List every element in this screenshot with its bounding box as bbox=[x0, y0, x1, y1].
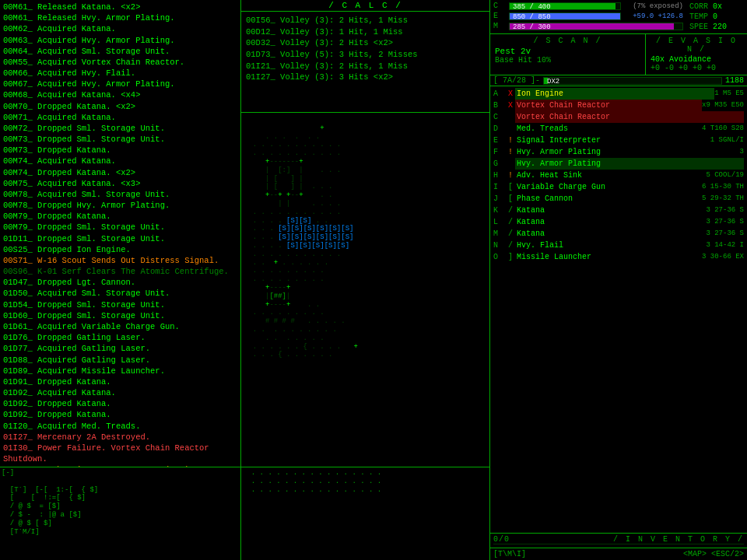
spee-stat: SPEE 220 bbox=[689, 23, 744, 31]
equip-stats: 5 COOL/19 bbox=[706, 170, 744, 181]
log-line: 00M72_ Dropped Sml. Storage Unit. bbox=[3, 123, 237, 134]
log-line: 00M66_ Acquired Hvy. Flail. bbox=[3, 68, 237, 79]
e-text: 850 / 850 bbox=[513, 13, 551, 21]
calc-line: 01I21_ Volley (3): 2 Hits, 1 Miss bbox=[246, 61, 485, 72]
equip-stats: 3 27-36 S bbox=[706, 229, 744, 240]
enemy-info: [ 7A/28 ]- DX2 1188 A X Ion Engine 1 M5 … bbox=[490, 75, 747, 533]
equip-name: Signal Interpreter bbox=[515, 135, 710, 146]
log-line: 00M55_ Acquired Vortex Chain Reactor. bbox=[3, 57, 237, 68]
log-line: 01I27_ Mercenary 2A Destroyed. bbox=[3, 432, 237, 443]
footer-left: [T\M\I] bbox=[493, 550, 526, 558]
temp-stat: TEMP 0 bbox=[689, 12, 744, 21]
log-line: 00M62_ Acquired Katana. bbox=[3, 23, 237, 34]
equip-slot: B bbox=[493, 100, 506, 111]
calc-area: 00I56_ Volley (3): 2 Hits, 1 Miss00D12_ … bbox=[241, 12, 489, 113]
log-line: 01D77_ Acquired Gatling Laser. bbox=[3, 343, 237, 354]
equip-status: X bbox=[506, 88, 515, 100]
equip-stats: 3 30-66 EX bbox=[702, 252, 744, 263]
equip-slot: M bbox=[493, 228, 506, 240]
equip-slot: J bbox=[493, 193, 506, 205]
e-bar-row: E 850 / 850 +59.0 +126.8 bbox=[493, 12, 683, 20]
equip-name: Missile Launcher bbox=[515, 251, 702, 263]
equip-status: ] bbox=[506, 251, 515, 263]
equip-row: A X Ion Engine 1 M5 E5 bbox=[490, 88, 747, 100]
equip-stats: 3 27-36 S bbox=[706, 217, 744, 228]
log-line: 00M68_ Acquired Katana. <x4> bbox=[3, 89, 237, 100]
equip-status: ! bbox=[506, 170, 515, 181]
log-line: 01D92_ Acquired Katana. bbox=[3, 387, 237, 398]
equip-name: Adv. Heat Sink bbox=[515, 170, 706, 181]
equip-stats: 3 14-42 I bbox=[706, 240, 744, 251]
log-line: 01D91_ Dropped Katana. bbox=[3, 376, 237, 387]
m-track: 285 / 300 bbox=[509, 23, 683, 30]
equip-name: Ion Engine bbox=[515, 88, 714, 100]
equip-row: J [ Phase Cannon 5 29-32 TH bbox=[490, 193, 747, 205]
equip-status: ! bbox=[506, 146, 515, 158]
log-line: 01D11_ Dropped Sml. Storage Unit. bbox=[3, 233, 237, 244]
equip-slot: A bbox=[493, 88, 506, 100]
equip-status: / bbox=[506, 205, 515, 216]
equip-row: E ! Signal Interpreter 1 SGNL/I bbox=[490, 135, 747, 146]
enemy-hp-text: DX2 bbox=[547, 78, 559, 86]
log-line: 01D89_ Acquired Missile Launcher. bbox=[3, 366, 237, 376]
equip-slot: H bbox=[493, 170, 506, 181]
equip-stats: 3 bbox=[740, 147, 744, 158]
scan-evasion: / S C A N / Pest 2v Base Hit 10% / E V A… bbox=[490, 34, 747, 75]
equip-status: [ bbox=[506, 181, 515, 193]
equip-slot: E bbox=[493, 135, 506, 146]
log-line: 00M79_ Dropped Sml. Storage Unit. bbox=[3, 222, 237, 233]
log-line: 01I20_ Acquired Med. Treads. bbox=[3, 421, 237, 432]
equip-status: / bbox=[506, 216, 515, 228]
log-line: 00M63_ Acquired Hvy. Armor Plating. bbox=[3, 35, 237, 46]
calc-line: 01I27_ Volley (3): 3 Hits <x2> bbox=[246, 72, 485, 83]
log-line: 01D88_ Acquired Gatling Laser. bbox=[3, 355, 237, 366]
equip-name: Vortex Chain Reactor bbox=[515, 111, 744, 123]
equip-stats: 1 M5 E5 bbox=[714, 89, 744, 100]
evasion-values: +0 -0 +0 +0 +0 bbox=[651, 64, 742, 72]
log-line: 01D92_ Dropped Katana. bbox=[3, 409, 237, 420]
equip-slot: D bbox=[493, 123, 506, 135]
inventory-section: 0/0 / I N V E N T O R Y / bbox=[490, 533, 747, 548]
log-line: 00M64_ Acquired Sml. Storage Unit. bbox=[3, 46, 237, 57]
scan-base-hit: Base Hit 10% bbox=[495, 56, 640, 65]
bottom-map-content: [-] [T`] [-[ 1:-[ { $] [ [ !:=[ { $] / @… bbox=[0, 467, 240, 537]
log-line: 00M73_ Dropped Katana. bbox=[3, 145, 237, 156]
middle-panel: / C A L C / 00I56_ Volley (3): 2 Hits, 1… bbox=[241, 0, 490, 560]
m-bar-row: M 285 / 300 bbox=[493, 22, 683, 30]
log-line: 00M71_ Acquired Katana. bbox=[3, 112, 237, 123]
enemy-hp-bar: DX2 bbox=[543, 77, 722, 85]
equip-slot: L bbox=[493, 216, 506, 228]
enemy-header: [ 7A/28 ]- DX2 1188 bbox=[490, 75, 747, 86]
equip-stats: 6 15-30 TH bbox=[702, 182, 744, 193]
equip-name: Hvy. Armor Plating bbox=[515, 146, 740, 158]
log-line: 00M70_ Dropped Katana. <x2> bbox=[3, 101, 237, 112]
enemy-id: [ 7A/28 ]- bbox=[493, 76, 540, 85]
c-bar-row: C 385 / 400 (7% exposed) bbox=[493, 2, 683, 10]
equip-status: ! bbox=[506, 135, 515, 146]
log-line: 01D61_ Acquired Variable Charge Gun. bbox=[3, 321, 237, 332]
equip-row: D Med. Treads 4 T160 S28 bbox=[490, 123, 747, 135]
scan-header: / S C A N / bbox=[495, 37, 640, 45]
equip-name: Phase Cannon bbox=[515, 193, 702, 205]
equip-stats: 3 27-36 S bbox=[706, 205, 744, 216]
c-label: C bbox=[493, 2, 509, 10]
equip-slot: I bbox=[493, 181, 506, 193]
calc-line: 00I56_ Volley (3): 2 Hits, 1 Miss bbox=[246, 15, 485, 26]
equip-row: H ! Adv. Heat Sink 5 COOL/19 bbox=[490, 170, 747, 181]
log-line: 00S71_ W-16 Scout Sends Out Distress Sig… bbox=[3, 255, 237, 266]
scan-pest: Pest 2v bbox=[495, 47, 640, 56]
equip-name: Med. Treads bbox=[515, 123, 702, 135]
equip-row: G Hvy. Armor Plating bbox=[490, 158, 747, 170]
equip-stats: x9 M35 E50 bbox=[702, 100, 744, 111]
equip-name: Vortex Chain Reactor bbox=[515, 100, 702, 111]
equip-slot: C bbox=[493, 111, 506, 123]
inventory-title: / I N V E N T O R Y / bbox=[613, 535, 744, 544]
equip-name: Hvy. Flail bbox=[515, 240, 706, 251]
log-line: 00M79_ Dropped Katana. bbox=[3, 211, 237, 222]
equip-row: O ] Missile Launcher 3 30-66 EX bbox=[490, 251, 747, 263]
equip-status: / bbox=[506, 240, 515, 251]
evasion-header: / E V A S I O N / bbox=[651, 37, 742, 54]
equip-name: Katana bbox=[515, 228, 706, 240]
equip-row: I [ Variable Charge Gun 6 15-30 TH bbox=[490, 181, 747, 193]
log-line: 01D76_ Dropped Gatling Laser. bbox=[3, 332, 237, 343]
